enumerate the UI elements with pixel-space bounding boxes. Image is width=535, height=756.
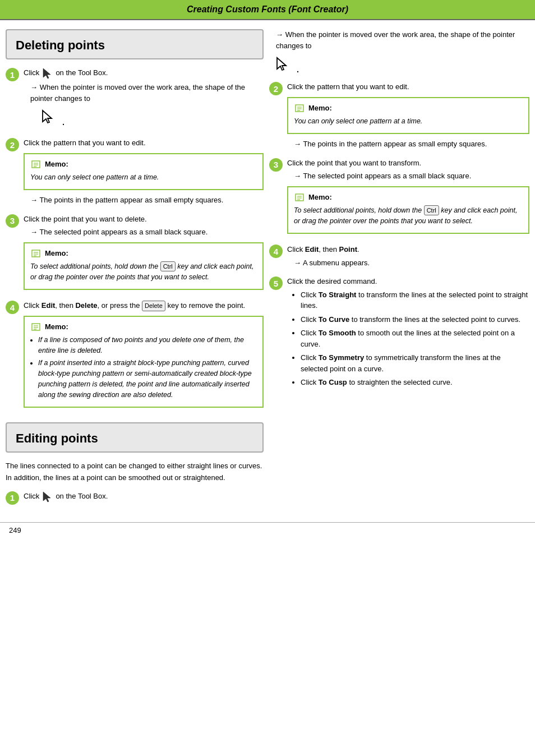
right-step-4-text: Click Edit, then Point.	[287, 244, 529, 255]
deleting-points-section-title: Deleting points	[6, 29, 264, 59]
right-memo-icon-2	[294, 103, 305, 114]
memo-label-2: Memo:	[45, 160, 68, 168]
right-step-5-bullet-4: Click To Symmetry to symmetrically trans…	[301, 352, 529, 374]
edit-step-1-num: 1	[6, 491, 19, 505]
right-memo-body-3: To select additional points, hold down t…	[294, 205, 523, 227]
delete-key-badge: Delete	[142, 301, 165, 311]
svg-marker-1	[43, 110, 52, 123]
right-memo-body-2: You can only select one pattern at a tim…	[294, 116, 523, 127]
right-step-5: 5 Click the desired command. Click To St…	[269, 276, 529, 391]
delete-step-4-num: 4	[6, 301, 19, 314]
delete-step-4-text: Click Edit, then Delete, or press the De…	[24, 300, 264, 311]
page-number: 249	[9, 526, 21, 534]
memo-header-2: Memo:	[30, 159, 257, 170]
delete-step-2: 2 Click the pattern that you want to edi…	[6, 137, 264, 208]
memo-label-4: Memo:	[45, 322, 68, 331]
delete-step-4-content: Click Edit, then Delete, or press the De…	[24, 300, 264, 412]
right-arrow-intro: When the pointer is moved over the work …	[276, 29, 529, 51]
right-step-5-bullet-5: Click To Cusp to straighten the selected…	[301, 377, 529, 388]
delete-step-1: 1 Click on the Tool Box. When the pointe…	[6, 67, 264, 132]
memo-body-3: To select additional points, hold down t…	[30, 261, 257, 283]
svg-marker-0	[43, 68, 50, 79]
delete-step-4: 4 Click Edit, then Delete, or press the …	[6, 300, 264, 412]
delete-step-2-memo: Memo: You can only select one pattern at…	[24, 153, 264, 191]
right-step-4: 4 Click Edit, then Point. A submenu appe…	[269, 244, 529, 270]
memo-body-4: If a line is composed of two points and …	[30, 335, 257, 400]
right-memo-icon-3	[294, 192, 305, 203]
right-step-5-bullet-3: Click To Smooth to smooth out the lines …	[301, 328, 529, 349]
delete-step-3-arrow: The selected point appears as a small bl…	[30, 227, 264, 238]
right-step-5-text: Click the desired command.	[287, 276, 529, 287]
right-step-5-bullet-1: Click To Straight to transform the lines…	[301, 289, 529, 311]
delete-step-1-content: Click on the Tool Box. When the pointer …	[24, 67, 264, 132]
right-step-3: 3 Click the point that you want to trans…	[269, 158, 529, 239]
ctrl-key-badge-right-3: Ctrl	[424, 205, 439, 216]
delete-step-3: 3 Click the point that you want to delet…	[6, 214, 264, 295]
tool-icon-edit-1	[41, 491, 54, 503]
delete-step-1-num: 1	[6, 68, 19, 81]
delete-step-3-text: Click the point that you want to delete.	[24, 214, 264, 225]
right-step-4-num: 4	[269, 245, 283, 258]
right-step-5-bullet-2: Click To Curve to transform the lines at…	[301, 314, 529, 325]
footer: 249	[0, 522, 535, 538]
delete-step-2-num: 2	[6, 138, 19, 151]
edit-step-1-content: Click on the Tool Box.	[24, 491, 264, 505]
delete-step-1-arrow: When the pointer is moved over the work …	[30, 82, 264, 104]
editing-points-section-title: Editing points	[6, 422, 264, 453]
delete-step-1-text: Click on the Tool Box.	[24, 67, 264, 80]
right-step-3-text: Click the point that you want to transfo…	[287, 158, 529, 169]
right-step-2: 2 Click the pattern that you want to edi…	[269, 81, 529, 152]
memo-icon-4	[30, 321, 41, 333]
right-cursor-shape: .	[275, 57, 299, 76]
svg-marker-15	[277, 58, 286, 70]
delete-step-3-num: 3	[6, 214, 19, 228]
memo-body-2: You can only select one pattern at a tim…	[30, 172, 257, 183]
right-step-3-content: Click the point that you want to transfo…	[287, 158, 529, 239]
right-step-5-content: Click the desired command. Click To Stra…	[287, 276, 529, 391]
delete-step-2-arrow: The points in the pattern appear as smal…	[30, 195, 264, 206]
right-column: When the pointer is moved over the work …	[269, 29, 529, 511]
right-step-2-memo: Memo: You can only select one pattern at…	[287, 97, 529, 135]
right-memo-label-3: Memo:	[308, 193, 332, 201]
right-step-2-content: Click the pattern that you want to edit.…	[287, 81, 529, 152]
right-step-5-list: Click To Straight to transform the lines…	[293, 289, 529, 388]
ctrl-key-badge-3: Ctrl	[160, 261, 176, 272]
cursor-shape-1: .	[40, 109, 65, 128]
deleting-points-heading: Deleting points	[16, 38, 253, 53]
memo-header-3: Memo:	[30, 248, 257, 259]
right-step-2-text: Click the pattern that you want to edit.	[287, 81, 529, 93]
main-content: Deleting points 1 Click on the Tool Box.…	[0, 20, 535, 511]
memo-label-3: Memo:	[45, 249, 68, 257]
edit-step-1-text: Click on the Tool Box.	[24, 491, 264, 503]
right-memo-header-3: Memo:	[294, 192, 523, 203]
delete-step-2-text: Click the pattern that you want to edit.	[24, 137, 264, 149]
right-step-5-num: 5	[269, 276, 283, 290]
delete-step-3-memo: Memo: To select additional points, hold …	[24, 242, 264, 291]
right-step-2-num: 2	[269, 82, 283, 95]
right-step-3-num: 3	[269, 158, 283, 172]
left-column: Deleting points 1 Click on the Tool Box.…	[6, 29, 264, 511]
page-header: Creating Custom Fonts (Font Creator)	[0, 0, 535, 20]
memo-icon-3	[30, 248, 41, 259]
delete-step-2-content: Click the pattern that you want to edit.…	[24, 137, 264, 208]
delete-step-3-content: Click the point that you want to delete.…	[24, 214, 264, 295]
header-title: Creating Custom Fonts (Font Creator)	[187, 4, 348, 14]
right-step-3-arrow: The selected point appears as a small bl…	[294, 170, 529, 182]
right-step-3-memo: Memo: To select additional points, hold …	[287, 186, 529, 234]
editing-points-intro: The lines connected to a point can be ch…	[6, 460, 264, 484]
editing-points-heading: Editing points	[16, 431, 253, 446]
memo-icon-2	[30, 159, 41, 170]
memo-header-4: Memo:	[30, 321, 257, 333]
svg-marker-14	[43, 492, 50, 502]
edit-step-1: 1 Click on the Tool Box.	[6, 491, 264, 505]
right-step-4-arrow: A submenu appears.	[294, 257, 529, 269]
right-memo-label-2: Memo:	[308, 104, 332, 112]
right-memo-header-2: Memo:	[294, 103, 523, 114]
right-step-4-content: Click Edit, then Point. A submenu appear…	[287, 244, 529, 270]
delete-step-4-memo: Memo: If a line is composed of two point…	[24, 316, 264, 408]
tool-icon-1	[41, 67, 54, 80]
right-step-2-arrow: The points in the pattern appear as smal…	[294, 139, 529, 150]
